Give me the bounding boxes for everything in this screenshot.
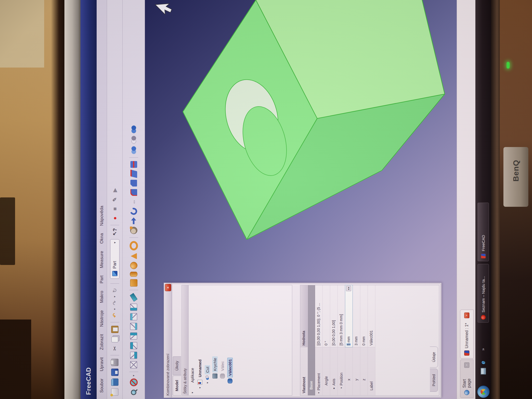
property-row-angle[interactable]: Angle 0 ° bbox=[323, 285, 330, 395]
menu-measure[interactable]: Measure bbox=[97, 247, 107, 272]
part-mirror-icon[interactable]: ⇔ bbox=[130, 198, 137, 205]
menu-okna[interactable]: Okna bbox=[97, 229, 107, 247]
property-value[interactable]: 3 mm bbox=[353, 285, 360, 347]
property-group-base[interactable]: Base bbox=[308, 285, 315, 395]
workbench-selector[interactable]: Part ▾ bbox=[110, 239, 119, 279]
tree-item-valec001[interactable]: Válec001 bbox=[226, 285, 234, 395]
part-cylinder-icon[interactable] bbox=[130, 272, 137, 277]
view-top-icon[interactable] bbox=[130, 342, 137, 349]
property-value[interactable]: [0,00 0,00 1,00] bbox=[330, 285, 337, 347]
separator[interactable] bbox=[129, 372, 138, 372]
panel-titlebar[interactable]: Kombinované zobrazení bbox=[164, 283, 172, 398]
part-box-icon[interactable] bbox=[130, 279, 137, 287]
3d-viewport[interactable]: Kombinované zobrazení × ModelÚkoly Štítk… bbox=[145, 0, 457, 399]
new-document-icon[interactable] bbox=[111, 388, 118, 396]
mdi-tab-unnamed[interactable]: Unnamed : 1* × bbox=[460, 310, 474, 358]
menu-part[interactable]: Part bbox=[97, 272, 107, 287]
property-row-label[interactable]: Label Válec001 bbox=[368, 285, 375, 395]
part-cone-icon[interactable] bbox=[131, 253, 137, 259]
draw-style-dropdown-icon[interactable]: ▾ bbox=[130, 374, 137, 377]
undo-dropdown-icon[interactable]: ▾ bbox=[111, 308, 118, 310]
view-right-icon[interactable] bbox=[130, 332, 137, 340]
boolean-cut-icon[interactable] bbox=[130, 136, 137, 144]
part-chamfer-icon[interactable] bbox=[130, 180, 137, 187]
part-fillet-icon[interactable] bbox=[130, 189, 137, 196]
internet-explorer-icon[interactable]: e bbox=[480, 361, 487, 364]
separator[interactable] bbox=[110, 322, 119, 322]
separator[interactable] bbox=[129, 290, 138, 290]
separator[interactable] bbox=[129, 157, 138, 158]
whats-this-icon[interactable]: ↖? bbox=[111, 229, 118, 235]
property-row-axis[interactable]: ▶ Axis [0,00 0,00 1,00] bbox=[330, 285, 338, 395]
property-value[interactable]: 0 ° bbox=[323, 285, 330, 347]
show-desktop-icon[interactable] bbox=[481, 368, 486, 375]
save-icon[interactable] bbox=[111, 369, 118, 376]
boolean-union-icon[interactable] bbox=[130, 125, 137, 133]
property-row-x[interactable]: x 5 mm◂ ▸ bbox=[345, 285, 353, 395]
view-left-icon[interactable] bbox=[130, 304, 137, 311]
expander-icon[interactable]: ▶ bbox=[330, 385, 337, 389]
property-value[interactable]: 0 mm bbox=[360, 285, 368, 347]
expander-icon[interactable]: ▼ bbox=[199, 385, 201, 389]
fit-all-icon[interactable] bbox=[130, 293, 137, 302]
tree-item-unnamed[interactable]: ▼ Unnamed bbox=[196, 285, 204, 395]
property-value[interactable]: 5 mm◂ ▸ bbox=[345, 285, 353, 347]
taskbar-button-seznam[interactable]: Seznam – Najdu ta... bbox=[477, 264, 489, 323]
part-sphere-icon[interactable] bbox=[130, 262, 137, 269]
separator[interactable] bbox=[110, 355, 119, 355]
tree-item-valec[interactable]: Válec bbox=[219, 285, 226, 395]
boolean-intersection-icon[interactable] bbox=[130, 146, 137, 154]
separator[interactable] bbox=[110, 225, 119, 225]
property-value[interactable]: [(0,00 0,00 1,00); 0 °; (5 ... bbox=[315, 285, 322, 347]
property-row-placement[interactable]: ▼ Placement [(0,00 0,00 1,00); 0 °; (5 .… bbox=[315, 285, 323, 395]
expander-icon[interactable]: ▼ bbox=[191, 390, 194, 394]
overflow-chevron-icon[interactable]: » bbox=[481, 348, 486, 350]
open-icon[interactable] bbox=[111, 378, 118, 386]
tab-udaje[interactable]: Údaje bbox=[430, 347, 438, 368]
macro-play-icon[interactable]: ▶ bbox=[111, 187, 118, 194]
tab-ukoly[interactable]: Úkoly bbox=[173, 356, 181, 375]
part-torus-icon[interactable] bbox=[130, 241, 138, 250]
view-front-icon[interactable] bbox=[130, 352, 137, 359]
taskbar-button-freecad[interactable]: FreeCAD bbox=[477, 203, 489, 261]
refresh-icon[interactable]: ↻ bbox=[111, 287, 118, 294]
undo-icon[interactable]: ↶ bbox=[111, 312, 118, 319]
menu-makro[interactable]: Makro bbox=[97, 287, 107, 307]
property-row-y[interactable]: y 3 mm bbox=[353, 285, 360, 395]
start-button[interactable] bbox=[477, 385, 490, 398]
macro-edit-icon[interactable]: ✎ bbox=[111, 196, 118, 203]
select-icon[interactable] bbox=[130, 389, 137, 396]
window-titlebar[interactable]: FreeCAD bbox=[81, 0, 97, 399]
tree-item-cut[interactable]: ▼ Cut bbox=[204, 285, 211, 395]
tab-pohled[interactable]: Pohled bbox=[430, 369, 438, 392]
cube-3d-object[interactable] bbox=[145, 0, 457, 282]
spinner-buttons[interactable]: ◂ ▸ bbox=[346, 286, 351, 291]
redo-dropdown-icon[interactable]: ▾ bbox=[111, 295, 118, 298]
print-icon[interactable] bbox=[111, 359, 118, 366]
macro-stop-icon[interactable]: ■ bbox=[111, 205, 118, 212]
menu-napoveda[interactable]: Nápověda bbox=[97, 202, 107, 230]
tree-item-aplikace[interactable]: ▼ Aplikace bbox=[189, 285, 196, 395]
property-value[interactable]: Válec001 bbox=[368, 285, 375, 347]
view-rear-icon[interactable] bbox=[130, 323, 137, 330]
separator[interactable] bbox=[129, 237, 138, 238]
menu-soubor[interactable]: Soubor bbox=[97, 375, 107, 396]
tab-model[interactable]: Model bbox=[173, 376, 181, 396]
view-axonometric-icon[interactable] bbox=[130, 361, 137, 368]
view-bottom-icon[interactable] bbox=[130, 313, 137, 320]
expander-icon[interactable]: ▼ bbox=[338, 385, 345, 389]
tree-item-krychle[interactable]: Krychle bbox=[211, 285, 219, 395]
cut-icon[interactable]: ✂ bbox=[111, 345, 118, 352]
menu-nastroje[interactable]: Nástroje bbox=[97, 307, 107, 330]
mdi-tab-start-page[interactable]: Start page × bbox=[460, 360, 474, 398]
expander-icon[interactable]: ▼ bbox=[206, 380, 209, 384]
macro-record-icon[interactable]: ● bbox=[111, 215, 118, 222]
property-row-position[interactable]: ▼ Position [5 mm 3 mm 0 mm] bbox=[338, 285, 345, 395]
part-ruled-surface-icon[interactable] bbox=[130, 170, 137, 178]
part-cross-section-icon[interactable] bbox=[130, 161, 137, 168]
copy-icon[interactable] bbox=[111, 337, 118, 342]
part-extrude-icon[interactable] bbox=[130, 217, 137, 224]
draw-style-icon[interactable] bbox=[130, 378, 138, 386]
close-icon[interactable]: × bbox=[464, 362, 469, 368]
close-icon[interactable]: × bbox=[165, 284, 171, 291]
